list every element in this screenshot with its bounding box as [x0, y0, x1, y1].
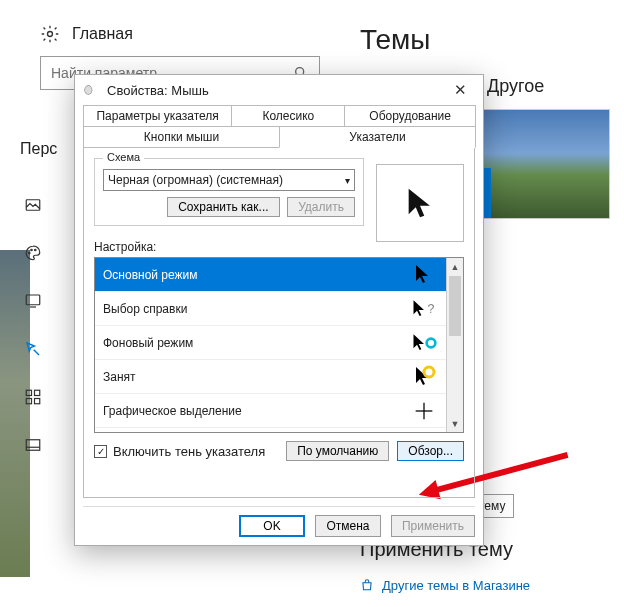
svg-point-19 [424, 367, 434, 377]
dialog-titlebar[interactable]: Свойства: Мышь ✕ [75, 75, 483, 105]
mouse-properties-dialog: Свойства: Мышь ✕ Параметры указателя Кол… [74, 74, 484, 546]
svg-rect-7 [26, 295, 40, 305]
start-icon[interactable] [24, 388, 42, 406]
customize-label: Настройка: [94, 240, 464, 254]
cursor-list-items: Основной режим Выбор справки ? Фоновый р… [95, 258, 446, 432]
section-header: Перс [20, 140, 57, 158]
cursor-name: Основной режим [103, 268, 198, 282]
browse-button[interactable]: Обзор... [397, 441, 464, 461]
svg-point-18 [427, 338, 436, 347]
crosshair-icon [410, 397, 438, 425]
gear-icon [40, 24, 60, 44]
mouse-icon [83, 84, 99, 96]
svg-rect-12 [35, 399, 40, 404]
store-link[interactable]: Другие темы в Магазине [360, 577, 614, 593]
apply-button: Применить [391, 515, 475, 537]
colors-icon[interactable] [24, 244, 42, 262]
tab-pointers-body: Схема Черная (огромная) (системная) ▾ Со… [83, 147, 475, 498]
scheme-legend: Схема [103, 151, 144, 163]
scrollbar[interactable]: ▲ ▼ [446, 258, 463, 432]
arrow-help-icon: ? [410, 295, 438, 323]
themes-icon[interactable] [24, 340, 42, 358]
svg-point-0 [48, 32, 53, 37]
background-icon[interactable] [24, 196, 42, 214]
svg-text:?: ? [428, 301, 435, 315]
tab-pointer-options[interactable]: Параметры указателя [83, 105, 232, 127]
chevron-down-icon: ▾ [345, 175, 354, 186]
store-link-text: Другие темы в Магазине [382, 578, 530, 593]
busy-icon [410, 363, 438, 391]
svg-rect-9 [26, 390, 31, 395]
scroll-down-icon[interactable]: ▼ [447, 415, 463, 432]
dialog-bottom: OK Отмена Применить [83, 506, 475, 545]
cursor-row-help[interactable]: Выбор справки ? [95, 292, 446, 326]
cancel-button[interactable]: Отмена [315, 515, 381, 537]
dialog-tabs: Параметры указателя Колесико Оборудовани… [75, 105, 483, 147]
arrow-busy-icon [410, 329, 438, 357]
scroll-up-icon[interactable]: ▲ [447, 258, 463, 275]
arrow-black-icon [410, 261, 438, 289]
svg-point-16 [85, 86, 92, 94]
close-button[interactable]: ✕ [445, 81, 475, 99]
cursor-row-normal[interactable]: Основной режим [95, 258, 446, 292]
delete-button: Удалить [287, 197, 355, 217]
svg-point-4 [29, 252, 31, 254]
cursor-list: Основной режим Выбор справки ? Фоновый р… [94, 257, 464, 433]
cursor-preview-icon [403, 186, 437, 220]
cursor-row-busy[interactable]: Занят [95, 360, 446, 394]
scheme-selected: Черная (огромная) (системная) [108, 173, 283, 187]
page-title: Темы [360, 24, 614, 56]
ok-button[interactable]: OK [239, 515, 305, 537]
tab-hardware[interactable]: Оборудование [344, 105, 476, 127]
tab-pointers[interactable]: Указатели [279, 126, 476, 148]
cursor-row-precision[interactable]: Графическое выделение [95, 394, 446, 428]
tab-wheel[interactable]: Колесико [231, 105, 345, 127]
svg-rect-11 [26, 399, 31, 404]
settings-sidebar [18, 172, 48, 454]
home-label[interactable]: Главная [72, 25, 133, 43]
dialog-title: Свойства: Мышь [107, 83, 445, 98]
lockscreen-icon[interactable] [24, 292, 42, 310]
taskbar-icon[interactable] [24, 436, 42, 454]
cursor-row-background[interactable]: Фоновый режим [95, 326, 446, 360]
svg-point-6 [35, 249, 37, 251]
cursor-preview [376, 164, 464, 242]
cursor-name: Графическое выделение [103, 404, 242, 418]
shadow-row: ✓ Включить тень указателя По умолчанию О… [94, 441, 464, 461]
cursor-name: Занят [103, 370, 136, 384]
scheme-dropdown[interactable]: Черная (огромная) (системная) ▾ [103, 169, 355, 191]
settings-header: Главная [40, 24, 133, 44]
save-as-button[interactable]: Сохранить как... [167, 197, 279, 217]
shadow-checkbox[interactable]: ✓ [94, 445, 107, 458]
store-icon [360, 577, 374, 593]
shadow-label: Включить тень указателя [113, 444, 265, 459]
scroll-thumb[interactable] [449, 276, 461, 336]
svg-rect-13 [26, 440, 40, 451]
svg-point-5 [31, 249, 33, 251]
cursor-name: Выбор справки [103, 302, 187, 316]
defaults-button[interactable]: По умолчанию [286, 441, 389, 461]
svg-rect-10 [35, 390, 40, 395]
tab-buttons[interactable]: Кнопки мыши [83, 126, 280, 148]
scheme-group: Схема Черная (огромная) (системная) ▾ Со… [94, 158, 364, 226]
cursor-name: Фоновый режим [103, 336, 193, 350]
